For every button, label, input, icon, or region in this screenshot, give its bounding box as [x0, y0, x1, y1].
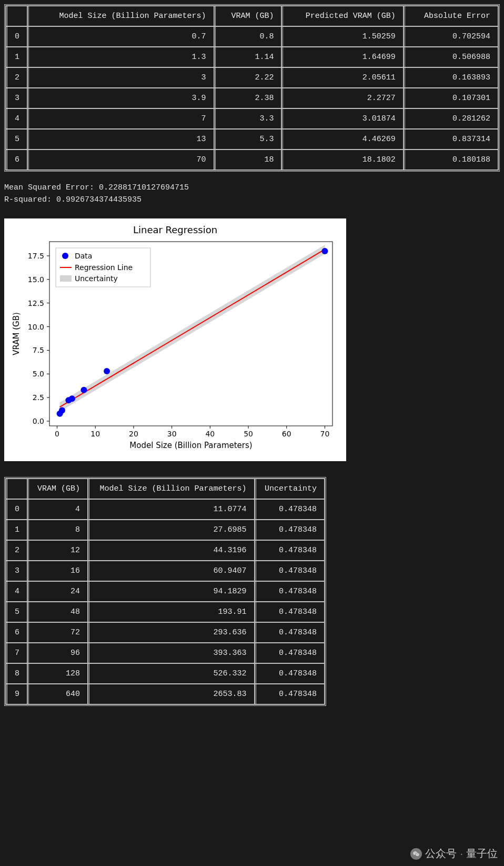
svg-rect-51	[60, 275, 72, 282]
cell-unc: 0.478348	[255, 602, 325, 622]
r2-line: R-squared: 0.9926734374435935	[4, 194, 500, 206]
svg-text:70: 70	[320, 430, 330, 438]
cell-idx: 9	[6, 684, 27, 704]
cell-pred: 1.50259	[281, 26, 403, 47]
table-row: 1827.69850.478348	[6, 520, 325, 540]
cell-model: 2653.83	[88, 684, 255, 704]
cell-model: 27.6985	[88, 520, 255, 540]
col-vram: VRAM (GB)	[214, 6, 282, 26]
cell-vram: 16	[27, 561, 88, 581]
cell-idx: 4	[6, 581, 27, 602]
cell-vram: 4	[27, 499, 88, 520]
svg-point-43	[80, 387, 87, 393]
cell-idx: 3	[6, 88, 27, 108]
cell-unc: 0.478348	[255, 520, 325, 540]
col-vram: VRAM (GB)	[27, 479, 88, 499]
cell-vram: 640	[27, 684, 88, 704]
svg-text:0.0: 0.0	[33, 417, 44, 425]
cell-vram: 24	[27, 581, 88, 602]
svg-text:40: 40	[205, 430, 215, 438]
cell-idx: 0	[6, 26, 27, 47]
cell-vram: 5.3	[214, 129, 282, 150]
cell-model: 393.363	[88, 643, 255, 663]
cell-pred: 1.64699	[281, 47, 403, 67]
cell-err: 0.506988	[404, 47, 498, 67]
cell-pred: 3.01874	[281, 108, 403, 129]
table-row: 42494.18290.478348	[6, 581, 325, 602]
cell-idx: 6	[6, 622, 27, 643]
svg-point-42	[69, 395, 75, 402]
cell-unc: 0.478348	[255, 581, 325, 602]
cell-err: 0.702594	[404, 26, 498, 47]
svg-text:Regression Line: Regression Line	[75, 263, 133, 272]
svg-text:Model Size (Billion Parameters: Model Size (Billion Parameters)	[129, 441, 252, 450]
cell-model: 7	[27, 108, 214, 129]
cell-vram: 12	[27, 540, 88, 561]
r2-label: R-squared:	[4, 195, 56, 204]
cell-vram: 2.22	[214, 67, 282, 88]
svg-text:30: 30	[167, 430, 177, 438]
cell-idx: 2	[6, 540, 27, 561]
cell-model: 60.9407	[88, 561, 255, 581]
cell-vram: 8	[27, 520, 88, 540]
cell-model: 1.3	[27, 47, 214, 67]
col-model-size: Model Size (Billion Parameters)	[27, 6, 214, 26]
regression-chart: Linear Regression0102030405060700.02.55.…	[8, 223, 342, 454]
col-index	[6, 479, 27, 499]
cell-idx: 7	[6, 643, 27, 663]
table-header-row: Model Size (Billion Parameters) VRAM (GB…	[6, 6, 498, 26]
cell-unc: 0.478348	[255, 622, 325, 643]
col-uncertainty: Uncertainty	[255, 479, 325, 499]
cell-unc: 0.478348	[255, 643, 325, 663]
cell-idx: 6	[6, 150, 27, 170]
cell-idx: 8	[6, 663, 27, 684]
cell-model: 0.7	[27, 26, 214, 47]
svg-text:0: 0	[55, 430, 59, 438]
svg-point-45	[321, 248, 328, 254]
table-header-row: VRAM (GB) Model Size (Billion Parameters…	[6, 479, 325, 499]
cell-idx: 3	[6, 561, 27, 581]
table-row: 31660.94070.478348	[6, 561, 325, 581]
svg-text:17.5: 17.5	[28, 252, 44, 260]
table-row: 8128526.3320.478348	[6, 663, 325, 684]
svg-text:5.0: 5.0	[33, 370, 44, 378]
svg-text:10.0: 10.0	[28, 323, 44, 331]
cell-vram: 48	[27, 602, 88, 622]
table-row: 473.33.018740.281262	[6, 108, 498, 129]
svg-text:15.0: 15.0	[28, 275, 44, 284]
cell-model: 13	[27, 129, 214, 150]
cell-model: 3	[27, 67, 214, 88]
col-predicted-vram: Predicted VRAM (GB)	[281, 6, 403, 26]
cell-vram: 72	[27, 622, 88, 643]
table-row: 33.92.382.27270.107301	[6, 88, 498, 108]
svg-text:VRAM (GB): VRAM (GB)	[12, 312, 21, 355]
cell-model: 11.0774	[88, 499, 255, 520]
mse-label: Mean Squared Error:	[4, 183, 99, 192]
svg-text:2.5: 2.5	[33, 393, 44, 402]
mse-line: Mean Squared Error: 0.22881710127694715	[4, 182, 500, 194]
svg-text:60: 60	[282, 430, 291, 438]
cell-pred: 18.1802	[281, 150, 403, 170]
cell-unc: 0.478348	[255, 663, 325, 684]
cell-model: 193.91	[88, 602, 255, 622]
metrics-block: Mean Squared Error: 0.22881710127694715 …	[4, 182, 500, 206]
cell-err: 0.163893	[404, 67, 498, 88]
cell-idx: 1	[6, 520, 27, 540]
cell-model: 3.9	[27, 88, 214, 108]
cell-model: 526.332	[88, 663, 255, 684]
cell-unc: 0.478348	[255, 499, 325, 520]
svg-text:50: 50	[244, 430, 253, 438]
cell-idx: 1	[6, 47, 27, 67]
table-row: 5135.34.462690.837314	[6, 129, 498, 150]
cell-vram: 2.38	[214, 88, 282, 108]
cell-pred: 4.46269	[281, 129, 403, 150]
col-index	[6, 6, 27, 26]
svg-text:10: 10	[90, 430, 100, 438]
svg-point-44	[104, 368, 110, 374]
cell-vram: 18	[214, 150, 282, 170]
cell-model: 94.1829	[88, 581, 255, 602]
cell-vram: 1.14	[214, 47, 282, 67]
cell-model: 70	[27, 150, 214, 170]
svg-text:Linear Regression: Linear Regression	[133, 224, 217, 235]
cell-idx: 4	[6, 108, 27, 129]
